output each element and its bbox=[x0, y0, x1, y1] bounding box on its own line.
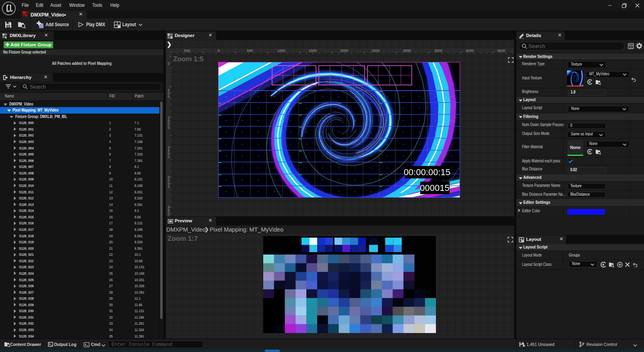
svg-text:3000: 3000 bbox=[403, 49, 411, 53]
svg-text:0: 0 bbox=[168, 62, 170, 66]
svg-text:00:00:00:15: 00:00:00:15 bbox=[404, 167, 450, 177]
svg-text:2000: 2000 bbox=[340, 49, 348, 53]
svg-text:2500: 2500 bbox=[372, 49, 380, 53]
svg-text:3500: 3500 bbox=[434, 49, 442, 53]
svg-text:000015: 000015 bbox=[420, 183, 449, 193]
svg-text:1500: 1500 bbox=[309, 49, 317, 53]
svg-text:0: 0 bbox=[168, 185, 170, 189]
svg-text:500: 500 bbox=[184, 49, 190, 53]
svg-text:4000: 4000 bbox=[466, 49, 474, 53]
svg-text:1000: 1000 bbox=[277, 49, 285, 53]
svg-text:0: 0 bbox=[168, 155, 170, 159]
svg-text:4500: 4500 bbox=[497, 49, 505, 53]
svg-text:500: 500 bbox=[247, 49, 253, 53]
svg-text:0: 0 bbox=[168, 126, 170, 130]
svg-text:0: 0 bbox=[168, 95, 170, 99]
svg-text:0: 0 bbox=[217, 49, 219, 53]
